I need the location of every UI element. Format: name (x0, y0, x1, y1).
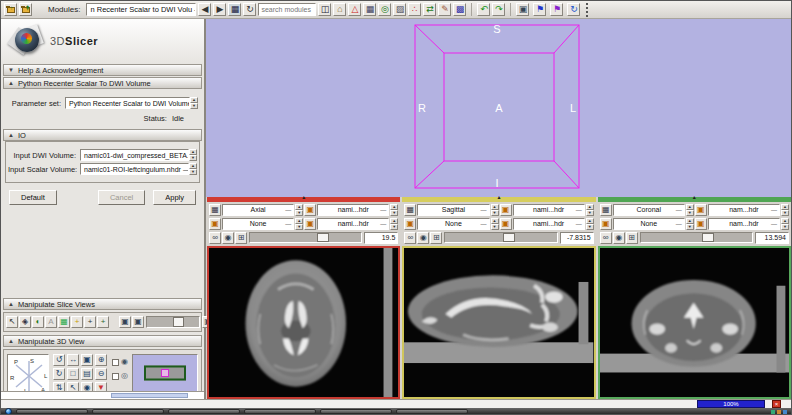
import-scene-icon[interactable]: ↟ (19, 3, 32, 16)
toolbar-drag-handle[interactable] (586, 3, 589, 17)
taskbar-window-button[interactable] (396, 409, 468, 414)
scene-snapshot-blue-pin-icon[interactable]: ⚑ (533, 3, 546, 16)
view3d-section-header[interactable]: ▲ Manipulate 3D View (3, 335, 202, 347)
data-module-icon[interactable]: ⇄ (423, 3, 436, 16)
background-dropdown[interactable]: nami...hdr— (317, 218, 389, 230)
default-button[interactable]: Default (9, 190, 57, 205)
fiducial-tool-icon[interactable]: ◈ (19, 316, 31, 328)
orientation-dropdown[interactable]: Coronal— (613, 204, 685, 216)
input-dwi-dropdown[interactable]: namic01-dwi_compressed_BETA.nhdr — (80, 149, 189, 161)
fit-slice-window-icon[interactable]: ▣ (119, 316, 131, 328)
apply-button[interactable]: Apply (153, 190, 196, 205)
volumes-module-icon[interactable]: ▦ (363, 3, 376, 16)
parameter-set-dropdown[interactable]: Python Recenter Scalar to DWI Volume — (65, 97, 190, 109)
coronal-slice-viewport[interactable] (598, 246, 791, 399)
orientation-dropdown[interactable]: Axial— (222, 204, 294, 216)
orientation-spinner[interactable]: ▲▼ (295, 204, 303, 216)
slice-offset-value[interactable]: 13.594 (755, 232, 789, 244)
crosshair-soft-icon[interactable]: + (71, 316, 83, 328)
zoom-in-icon[interactable]: ⊕ (95, 354, 107, 366)
axial-slice-viewport[interactable] (207, 246, 400, 399)
scrollbar-thumb[interactable] (111, 393, 188, 398)
orientation-dropdown[interactable]: Sagittal— (417, 204, 489, 216)
panel-horizontal-scrollbar[interactable] (1, 391, 204, 399)
slice-offset-slider[interactable] (444, 232, 557, 243)
slider-handle[interactable] (173, 317, 184, 327)
foreground-dropdown[interactable]: None— (613, 218, 685, 230)
module-section-header[interactable]: ▲ Python Recenter Scalar To DWI Volume (3, 77, 202, 89)
background-dropdown[interactable]: nam...hdr— (708, 218, 780, 230)
screen-capture-icon[interactable]: ▣ (516, 3, 529, 16)
spin-view-checkbox[interactable] (112, 359, 119, 366)
taskbar-window-button[interactable] (320, 409, 392, 414)
rock-view-checkbox[interactable] (112, 373, 119, 380)
progress-close-icon[interactable]: × (772, 400, 781, 408)
visibility-eye-icon[interactable]: ◉ (222, 232, 234, 244)
slider-handle[interactable] (317, 233, 329, 242)
zoom-out-icon[interactable]: ⊖ (95, 368, 107, 380)
slice-menu-icon[interactable]: ▦ (600, 204, 612, 216)
slice-menu-icon[interactable]: ▦ (404, 204, 416, 216)
slider-handle[interactable] (503, 233, 515, 242)
background-dropdown[interactable]: nami...hdr— (513, 218, 585, 230)
stereo-view-icon[interactable]: ▤ (81, 368, 93, 380)
collapse-tab-icon[interactable]: ▴ (302, 195, 305, 200)
search-modules-icon[interactable]: ◫ (318, 3, 331, 16)
slice-options-icon[interactable]: ⊞ (430, 232, 442, 244)
editor-module-icon[interactable]: ✎ (438, 3, 451, 16)
slider-handle[interactable] (702, 233, 714, 242)
label-volume-spinner[interactable]: ▲▼ (586, 204, 594, 216)
pointer-tool-icon[interactable]: ↖ (6, 316, 18, 328)
module-search-input[interactable] (258, 3, 316, 16)
foreground-spinner[interactable]: ▲▼ (295, 218, 303, 230)
taskbar-window-button[interactable] (92, 409, 164, 414)
slice-bar-red[interactable]: ▴ (207, 197, 400, 202)
pan-view-icon[interactable]: ↔ (67, 354, 79, 366)
label-layer-icon[interactable]: ▣ (695, 204, 707, 216)
tray-icon[interactable] (783, 410, 787, 414)
fiducials-module-icon[interactable]: ∴ (408, 3, 421, 16)
slice-offset-slider[interactable] (640, 232, 753, 243)
link-slices-icon[interactable]: ∞ (404, 232, 416, 244)
slice-offset-value[interactable]: -7.8315 (560, 232, 594, 244)
slice-bar-green[interactable]: ▴ (598, 197, 791, 202)
axis-orientation-widget[interactable]: P S L R I A (7, 354, 49, 394)
link-slices-icon[interactable]: ∞ (209, 232, 221, 244)
foreground-layer-icon[interactable]: ▣ (600, 218, 612, 230)
background-spinner[interactable]: ▲▼ (781, 218, 789, 230)
view3d-navigation-preview[interactable] (132, 354, 198, 392)
label-volume-dropdown[interactable]: nam...hdr— (708, 204, 780, 216)
view3d-viewport[interactable]: S R A L I (206, 19, 791, 197)
orientation-spinner[interactable]: ▲▼ (491, 204, 499, 216)
input-scalar-dropdown[interactable]: namic01-ROI-leftcingulum.nhdr — (80, 163, 189, 175)
foreground-layer-icon[interactable]: ▣ (209, 218, 221, 230)
label-layer-icon[interactable]: ▣ (500, 204, 512, 216)
parameter-set-spinner[interactable]: ▲▼ (190, 97, 198, 109)
slice-offset-slider[interactable] (249, 232, 362, 243)
undo-icon[interactable]: ↶ (477, 3, 490, 16)
collapse-tab-icon[interactable]: ▴ (497, 195, 500, 200)
slice-views-section-header[interactable]: ▲ Manipulate Slice Views (3, 298, 202, 310)
crosshair-nav-icon[interactable]: + (97, 316, 109, 328)
foreground-dropdown[interactable]: None— (222, 218, 294, 230)
slice-options-icon[interactable]: ⊞ (626, 232, 638, 244)
foreground-spinner[interactable]: ▲▼ (686, 218, 694, 230)
sagittal-slice-viewport[interactable] (402, 246, 595, 399)
link-slices-icon[interactable]: ∞ (600, 232, 612, 244)
slice-menu-icon[interactable]: ▦ (209, 204, 221, 216)
help-section-header[interactable]: ▼ Help & Acknowledgement (3, 64, 202, 76)
foreground-dropdown[interactable]: None— (417, 218, 489, 230)
roi-module-icon[interactable]: ◎ (378, 3, 391, 16)
visibility-eye-icon[interactable]: ◉ (417, 232, 429, 244)
foreground-spinner[interactable]: ▲▼ (491, 218, 499, 230)
scene-snapshot-purple-pin-icon[interactable]: ⚑ (550, 3, 563, 16)
collapse-tab-icon[interactable]: ▴ (693, 195, 696, 200)
input-dwi-spinner[interactable]: ▲▼ (189, 149, 197, 161)
restore-scene-icon[interactable]: ↻ (567, 3, 580, 16)
roll-view-icon[interactable]: ↻ (53, 368, 65, 380)
pitch-view-icon[interactable]: ↺ (53, 354, 65, 366)
background-spinner[interactable]: ▲▼ (586, 218, 594, 230)
taskbar-window-button[interactable] (244, 409, 316, 414)
home-module-icon[interactable]: ⌂ (333, 3, 346, 16)
background-layer-icon[interactable]: ▣ (500, 218, 512, 230)
